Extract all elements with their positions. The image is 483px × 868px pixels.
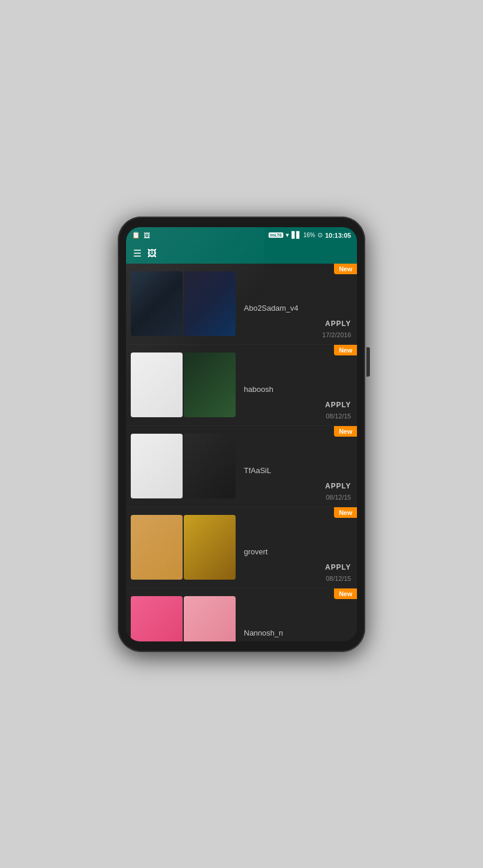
theme-thumb-1 [131,515,183,580]
theme-date: 17/2/2016 [244,330,351,340]
new-badge: New [334,588,357,599]
theme-item: New grovert APPLY 08/12/15 [126,507,357,588]
theme-thumb-1 [131,271,183,336]
apply-button[interactable]: APPLY [244,561,351,574]
status-left-icons: 📋 🖼 [132,231,150,239]
theme-info: New haboosh APPLY 08/12/15 [238,345,357,425]
clock: 10:13:05 [325,232,351,239]
theme-name: Nannosh_n [244,593,351,637]
signal-icon: ▋▋ [292,231,301,239]
theme-thumbnails [126,507,238,588]
theme-date: 08/12/15 [244,493,351,502]
theme-date: 08/12/15 [244,574,351,583]
theme-date: 08/12/15 [244,411,351,421]
image-icon: 🖼 [144,232,150,239]
volte-badge: VoLTE [269,232,283,238]
new-badge: New [334,507,357,518]
image-toolbar-icon[interactable]: 🖼 [147,248,157,259]
theme-item: New Nannosh_n APPLY 08/12/15 [126,588,357,641]
new-badge: New [334,264,357,274]
theme-thumb-2 [184,515,236,580]
theme-thumb-2 [184,434,236,498]
theme-thumbnails [126,426,238,507]
theme-thumb-2 [184,352,236,417]
theme-item: New TfAaSiL APPLY 08/12/15 [126,426,357,507]
theme-name: Abo2Sadam_v4 [244,268,351,312]
apply-button[interactable]: APPLY [244,398,351,411]
theme-thumbnails [126,345,238,425]
app-toolbar: ☰ 🖼 [126,244,357,264]
theme-thumb-2 [184,271,236,336]
apply-button[interactable]: APPLY [244,480,351,493]
theme-info: New TfAaSiL APPLY 08/12/15 [238,426,357,507]
theme-item: New Abo2Sadam_v4 APPLY 17/2/2016 [126,264,357,345]
battery-level: 16% [303,232,315,238]
status-right-info: VoLTE ▾ ▋▋ 16% ⊙ 10:13:05 [269,231,351,239]
theme-info: New grovert APPLY 08/12/15 [238,507,357,588]
theme-thumbnails [126,264,238,344]
theme-thumb-1 [131,596,183,641]
theme-thumbnails [126,588,238,641]
wifi-icon: ▾ [286,231,289,239]
theme-thumb-1 [131,352,183,417]
theme-thumb-1 [131,434,183,498]
theme-name: haboosh [244,350,351,394]
theme-list[interactable]: New Abo2Sadam_v4 APPLY 17/2/2016 New hab… [126,264,357,641]
menu-icon[interactable]: ☰ [133,248,141,259]
notification-icon: 📋 [132,231,140,239]
side-button [366,347,370,377]
theme-info: New Abo2Sadam_v4 APPLY 17/2/2016 [238,264,357,344]
theme-name: TfAaSiL [244,431,351,475]
theme-info: New Nannosh_n APPLY 08/12/15 [238,588,357,641]
theme-thumb-2 [184,596,236,641]
theme-item: New haboosh APPLY 08/12/15 [126,345,357,426]
new-badge: New [334,426,357,437]
apply-button[interactable]: APPLY [244,317,351,330]
theme-name: grovert [244,512,351,556]
phone-device: 📋 🖼 VoLTE ▾ ▋▋ 16% ⊙ 10:13:05 ☰ 🖼 [118,217,365,652]
battery-icon: ⊙ [317,231,323,239]
phone-screen: 📋 🖼 VoLTE ▾ ▋▋ 16% ⊙ 10:13:05 ☰ 🖼 [126,227,357,641]
new-badge: New [334,345,357,355]
status-bar: 📋 🖼 VoLTE ▾ ▋▋ 16% ⊙ 10:13:05 [126,227,357,244]
